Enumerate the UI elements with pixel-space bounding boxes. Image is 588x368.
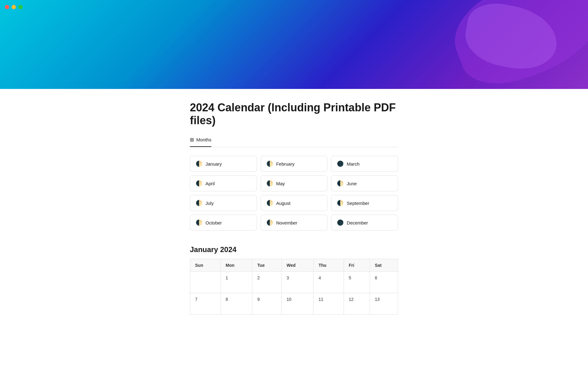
month-label: August [276,201,291,206]
month-card-august[interactable]: 🌓August [261,195,328,211]
month-label: November [276,220,297,225]
moon-icon: 🌓 [266,219,273,226]
calendar-title: January 2024 [190,245,398,254]
month-card-november[interactable]: 🌓November [261,215,328,231]
moon-icon: 🌓 [196,219,202,226]
month-label: June [347,181,357,186]
month-label: January [205,161,222,167]
calendar-cell: 5 [344,272,370,293]
calendar-cell: 3 [281,272,314,293]
month-label: February [276,161,295,167]
moon-icon: 🌓 [266,160,273,167]
maximize-button[interactable] [18,5,23,9]
calendar-header: Tue [252,259,281,272]
calendar-cell [190,272,221,293]
month-label: March [347,161,360,167]
calendar-cell: 1 [221,272,252,293]
moon-icon: 🌓 [196,180,202,187]
month-card-february[interactable]: 🌓February [261,156,328,172]
moon-icon: 🌓 [266,180,273,187]
grid-icon: ⊞ [190,137,194,143]
calendar-row: 78910111213 [190,293,398,315]
moon-icon: 🌑 [337,219,344,226]
month-card-december[interactable]: 🌑December [331,215,398,231]
calendar-cell: 10 [281,293,314,315]
month-label: December [347,220,368,225]
month-label: September [347,201,369,206]
calendar-cell: 11 [314,293,344,315]
month-label: July [205,201,214,206]
tab-months[interactable]: ⊞ Months [190,134,211,147]
moon-icon: 🌓 [196,160,202,167]
calendar-cell: 9 [252,293,281,315]
hero-banner [0,0,588,89]
month-card-october[interactable]: 🌓October [190,215,257,231]
moon-icon: 🌓 [196,200,202,206]
moon-icon: 🌑 [337,160,344,167]
month-card-march[interactable]: 🌑March [331,156,398,172]
page-title: 2024 Calendar (Including Printable PDF f… [190,101,398,127]
calendar-header: Fri [344,259,370,272]
month-card-may[interactable]: 🌓May [261,175,328,191]
month-card-september[interactable]: 🌓September [331,195,398,211]
traffic-lights [5,5,23,9]
minimize-button[interactable] [12,5,16,9]
months-grid: 🌓January🌓February🌑March🌓April🌓May🌓June🌓J… [190,156,398,231]
calendar-header: Sun [190,259,221,272]
moon-icon: 🌓 [337,180,344,187]
tab-months-label: Months [196,137,211,142]
month-card-april[interactable]: 🌓April [190,175,257,191]
calendar-cell: 4 [314,272,344,293]
moon-icon: 🌓 [337,200,344,206]
month-card-june[interactable]: 🌓June [331,175,398,191]
calendar-cell: 7 [190,293,221,315]
month-label: October [205,220,222,225]
calendar-header: Sat [370,259,398,272]
month-label: April [205,181,215,186]
calendar-header: Thu [314,259,344,272]
calendar-cell: 13 [370,293,398,315]
main-content: 2024 Calendar (Including Printable PDF f… [80,89,508,327]
calendar-cell: 2 [252,272,281,293]
calendar-table: SunMonTueWedThuFriSat 12345678910111213 [190,259,398,315]
month-card-july[interactable]: 🌓July [190,195,257,211]
moon-icon: 🌓 [266,200,273,206]
calendar-cell: 8 [221,293,252,315]
calendar-header: Mon [221,259,252,272]
tabs-container: ⊞ Months [190,134,398,147]
close-button[interactable] [5,5,9,9]
calendar-header: Wed [281,259,314,272]
month-card-january[interactable]: 🌓January [190,156,257,172]
month-label: May [276,181,285,186]
calendar-cell: 12 [344,293,370,315]
calendar-row: 123456 [190,272,398,293]
calendar-cell: 6 [370,272,398,293]
